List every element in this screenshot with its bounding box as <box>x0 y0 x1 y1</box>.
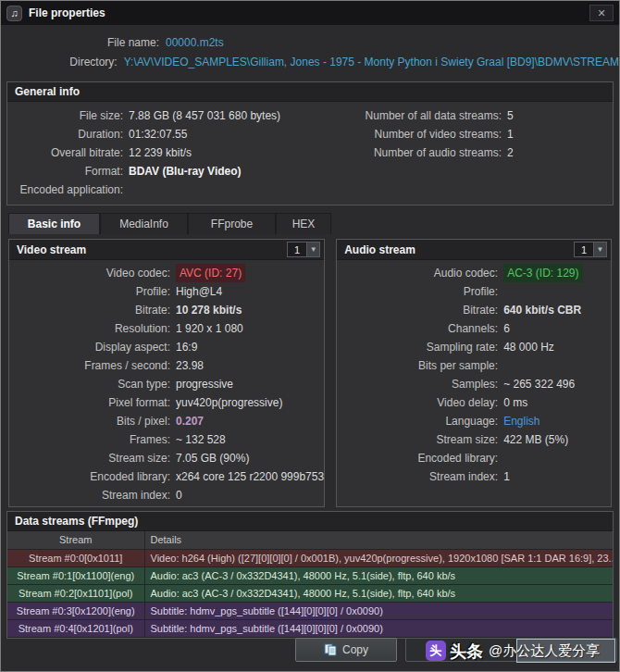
audio-stream-size-value: 422 MB (5%) <box>503 430 568 449</box>
audio-stream-body: Audio codec:AC-3 (ID: 129) Profile: Bitr… <box>337 260 611 486</box>
video-streams-count-value: 1 <box>507 125 514 143</box>
copy-button[interactable]: Copy <box>295 638 397 662</box>
resolution-value: 1 920 x 1 080 <box>176 319 243 338</box>
audio-stream-selector[interactable]: 1 ▼ <box>574 242 607 257</box>
file-name-row: File name: 00000.m2ts <box>1 33 619 53</box>
tab-hex[interactable]: HEX <box>276 213 331 234</box>
stream-cell: Stream #0:2[0x1101](pol) <box>7 584 144 602</box>
pixel-format-value: yuv420p(progressive) <box>176 393 282 412</box>
format-value: BDAV (Blu-ray Video) <box>129 162 242 180</box>
audio-codec-value: AC-3 (ID: 129) <box>503 264 582 282</box>
audio-stream-selector-value: 1 <box>574 242 594 257</box>
video-delay-value: 0 ms <box>503 393 527 412</box>
video-encoded-library-value: x264 core 125 r2200 999b753 <box>176 467 324 486</box>
data-streams-table: Stream Details Stream #0:0[0x1011] Video… <box>7 531 613 638</box>
overall-bitrate-label: Overall bitrate: <box>7 143 129 162</box>
table-header-row: Stream Details <box>7 531 613 549</box>
video-stream-size-value: 7.05 GB (90%) <box>176 449 249 467</box>
video-stream-index-value: 0 <box>176 486 182 504</box>
video-profile-value: High@L4 <box>176 282 222 301</box>
stream-column-header: Stream <box>7 531 144 549</box>
video-stream-index-label: Stream index: <box>9 486 176 504</box>
video-stream-size-label: Stream size: <box>9 449 176 467</box>
directory-label: Directory: <box>1 53 124 72</box>
video-codec-value: AVC (ID: 27) <box>176 264 245 282</box>
details-cell: Audio: ac3 (AC-3 / 0x332D4341), 48000 Hz… <box>144 584 613 602</box>
file-name-value: 00000.m2ts <box>166 33 224 53</box>
toutiao-logo-icon: 头 <box>426 641 446 661</box>
bits-per-sample-label: Bits per sample: <box>337 356 503 375</box>
stream-cell: Stream #0:3[0x1200](eng) <box>7 602 144 619</box>
table-row[interactable]: Stream #0:1[0x1100](eng) Audio: ac3 (AC-… <box>7 566 613 584</box>
audio-stream-title: Audio stream <box>344 243 574 256</box>
duration-label: Duration: <box>7 125 129 143</box>
copy-button-label: Copy <box>342 643 368 656</box>
general-info-content: File size:7.88 GB (8 457 031 680 bytes) … <box>7 102 613 205</box>
watermark-handle: @办公达人爱分享 <box>489 642 600 660</box>
general-info-header: General info <box>7 82 613 102</box>
scan-type-value: progressive <box>176 375 233 393</box>
language-label: Language: <box>337 412 503 430</box>
video-delay-label: Video delay: <box>337 393 503 412</box>
directory-row: Directory: Y:\AV\VIDEO_SAMPLES\Gilliam, … <box>1 53 619 72</box>
details-cell: Subtitle: hdmv_pgs_subtitle ([144][0][0]… <box>144 602 613 619</box>
video-profile-label: Profile: <box>9 282 176 301</box>
tab-ffprobe[interactable]: FFprobe <box>188 213 276 234</box>
frames-per-second-value: 23.98 <box>176 356 204 375</box>
video-stream-header: Video stream 1 ▼ <box>9 240 324 260</box>
file-info-block: File name: 00000.m2ts Directory: Y:\AV\V… <box>1 25 619 78</box>
samples-label: Samples: <box>337 375 503 393</box>
stream-panels: Video stream 1 ▼ Video codec:AVC (ID: 27… <box>8 239 612 507</box>
frames-per-second-label: Frames / second: <box>9 356 176 375</box>
data-streams-header: Data streams (FFmpeg) <box>7 512 613 531</box>
audio-profile-label: Profile: <box>337 282 503 301</box>
stream-cell: Stream #0:0[0x1011] <box>7 549 144 566</box>
file-name-label: File name: <box>1 33 166 53</box>
file-properties-window: ♫ File properties ✕ File name: 00000.m2t… <box>0 0 620 672</box>
close-icon[interactable]: ✕ <box>589 5 614 21</box>
video-stream-body: Video codec:AVC (ID: 27) Profile:High@L4… <box>9 260 324 504</box>
file-size-label: File size: <box>7 106 129 125</box>
music-note-icon: ♫ <box>6 6 22 21</box>
audio-streams-count-label: Number of audio streams: <box>345 143 507 162</box>
display-aspect-value: 16:9 <box>176 338 197 356</box>
audio-bitrate-label: Bitrate: <box>337 301 503 319</box>
encoded-application-label: Encoded application: <box>7 180 129 199</box>
sampling-rate-value: 48 000 Hz <box>503 338 554 356</box>
audio-stream-index-value: 1 <box>503 467 510 486</box>
file-size-value: 7.88 GB (8 457 031 680 bytes) <box>129 106 280 125</box>
watermark-brand: 头条 <box>450 641 483 663</box>
table-row[interactable]: Stream #0:3[0x1200](eng) Subtitle: hdmv_… <box>7 602 613 619</box>
chevron-down-icon[interactable]: ▼ <box>307 242 320 257</box>
footer-bar: Copy 头 头条 @办公达人爱分享 <box>1 634 619 671</box>
table-row[interactable]: Stream #0:0[0x1011] Video: h264 (High) (… <box>7 549 613 566</box>
display-aspect-label: Display aspect: <box>9 338 176 356</box>
video-stream-panel: Video stream 1 ▼ Video codec:AVC (ID: 27… <box>8 239 325 507</box>
title-bar: ♫ File properties ✕ <box>1 1 619 25</box>
video-streams-count-label: Number of video streams: <box>345 125 507 143</box>
chevron-down-icon[interactable]: ▼ <box>594 242 607 257</box>
scan-type-label: Scan type: <box>9 375 176 393</box>
table-row[interactable]: Stream #0:2[0x1101](pol) Audio: ac3 (AC-… <box>7 584 613 602</box>
video-stream-selector[interactable]: 1 ▼ <box>287 242 320 257</box>
audio-stream-index-label: Stream index: <box>337 467 503 486</box>
audio-codec-label: Audio codec: <box>337 264 503 282</box>
bits-per-pixel-label: Bits / pixel: <box>9 412 176 430</box>
video-bitrate-label: Bitrate: <box>9 301 176 319</box>
tab-basic-info[interactable]: Basic info <box>8 213 100 234</box>
general-info-group: General info File size:7.88 GB (8 457 03… <box>6 81 614 205</box>
video-stream-title: Video stream <box>17 243 287 256</box>
channels-value: 6 <box>503 319 510 338</box>
sampling-rate-label: Sampling rate: <box>337 338 503 356</box>
frames-value: ~ 132 528 <box>176 430 226 449</box>
channels-label: Channels: <box>337 319 503 338</box>
pixel-format-label: Pixel format: <box>9 393 176 412</box>
general-right-column: Number of all data streams:5 Number of v… <box>345 106 613 199</box>
format-label: Format: <box>7 162 129 180</box>
directory-value: Y:\AV\VIDEO_SAMPLES\Gilliam, Jones - 197… <box>124 53 619 72</box>
audio-stream-header: Audio stream 1 ▼ <box>337 240 611 260</box>
tab-mediainfo[interactable]: MediaInfo <box>100 213 188 234</box>
audio-bitrate-value: 640 kbit/s CBR <box>503 301 581 319</box>
audio-encoded-library-label: Encoded library: <box>337 449 503 467</box>
general-left-column: File size:7.88 GB (8 457 031 680 bytes) … <box>7 106 345 199</box>
